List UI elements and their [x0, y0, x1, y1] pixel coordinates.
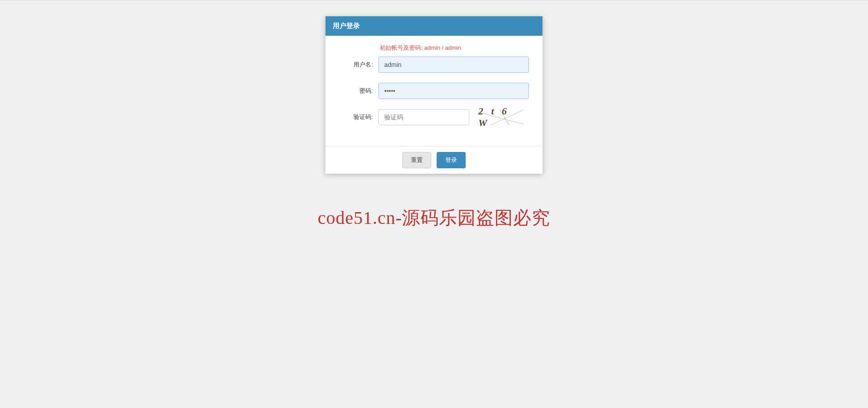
captcha-row: 验证码: 2 t 6 W [339, 109, 529, 125]
username-label: 用户名: [339, 61, 373, 69]
credentials-hint: 初始帐号及密码: admin / admin [380, 44, 529, 52]
reset-button[interactable]: 重置 [402, 152, 431, 168]
login-button[interactable]: 登录 [437, 152, 466, 168]
captcha-input[interactable] [378, 109, 469, 125]
watermark-text: code51.cn-源码乐园盗图必究 [0, 205, 868, 230]
password-input[interactable] [378, 83, 529, 99]
panel-footer: 重置 登录 [326, 146, 542, 174]
login-panel: 用户登录 初始帐号及密码: admin / admin 用户名: 密码: 验证码… [326, 16, 542, 174]
username-input[interactable] [378, 57, 529, 73]
captcha-label: 验证码: [339, 113, 373, 121]
password-row: 密码: [339, 83, 529, 99]
captcha-image[interactable]: 2 t 6 W [478, 109, 524, 125]
password-label: 密码: [339, 87, 373, 95]
panel-body: 初始帐号及密码: admin / admin 用户名: 密码: 验证码: 2 t… [326, 36, 542, 146]
username-row: 用户名: [339, 57, 529, 73]
panel-title: 用户登录 [326, 16, 542, 36]
